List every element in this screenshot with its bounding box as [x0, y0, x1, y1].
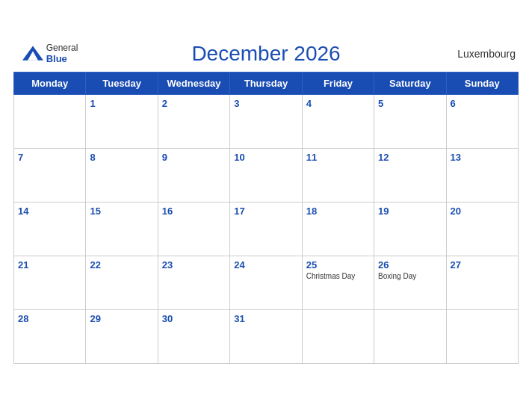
month-title: December 2026 — [84, 42, 448, 66]
day-number: 11 — [306, 152, 370, 163]
calendar-cell: 5 — [374, 94, 446, 148]
calendar-cell: 23 — [158, 256, 229, 309]
calendar-cell: 9 — [158, 148, 229, 202]
calendar-cell — [446, 309, 518, 363]
day-number: 1 — [90, 98, 153, 109]
calendar-cell: 1 — [86, 94, 158, 148]
day-number: 28 — [18, 313, 81, 324]
day-number: 7 — [18, 152, 81, 163]
calendar-cell: 26Boxing Day — [374, 256, 446, 309]
calendar-cell: 25Christmas Day — [302, 256, 374, 309]
calendar-cell — [302, 309, 374, 363]
table-row: 14151617181920 — [14, 202, 519, 256]
day-number: 20 — [451, 206, 514, 217]
calendar-cell: 19 — [374, 202, 446, 256]
day-number: 27 — [451, 259, 514, 271]
table-row: 78910111213 — [14, 148, 519, 202]
day-number: 29 — [90, 313, 153, 324]
holiday-label: Christmas Day — [306, 272, 370, 280]
day-number: 30 — [162, 313, 226, 324]
calendar-cell: 22 — [86, 256, 158, 309]
calendar-header: General Blue December 2026 Luxembourg — [13, 42, 519, 66]
calendar-cell: 10 — [230, 148, 302, 202]
day-number: 21 — [18, 259, 81, 271]
logo-general-text: General — [46, 43, 78, 53]
calendar-cell: 27 — [446, 256, 518, 309]
calendar-cell: 30 — [158, 309, 229, 363]
day-number: 3 — [234, 98, 297, 109]
header-saturday: Saturday — [374, 72, 446, 94]
header-wednesday: Wednesday — [158, 72, 229, 94]
calendar-cell: 17 — [230, 202, 302, 256]
day-number: 23 — [162, 259, 226, 271]
day-number: 2 — [162, 98, 226, 109]
day-number: 24 — [234, 259, 297, 271]
logo-area: General Blue — [16, 43, 84, 65]
calendar-container: General Blue December 2026 Luxembourg Mo… — [0, 34, 532, 377]
day-number: 13 — [451, 152, 514, 163]
weekday-header-row: Monday Tuesday Wednesday Thursday Friday… — [14, 72, 519, 94]
day-number: 17 — [234, 206, 297, 217]
calendar-cell: 29 — [86, 309, 158, 363]
calendar-cell: 4 — [302, 94, 374, 148]
day-number: 31 — [234, 313, 297, 324]
table-row: 28293031 — [14, 309, 519, 363]
calendar-cell: 31 — [230, 309, 302, 363]
day-number: 4 — [306, 98, 370, 109]
day-number: 8 — [90, 152, 153, 163]
calendar-cell: 2 — [158, 94, 229, 148]
calendar-cell — [374, 309, 446, 363]
header-monday: Monday — [14, 72, 86, 94]
calendar-cell: 14 — [14, 202, 86, 256]
table-row: 2122232425Christmas Day26Boxing Day27 — [14, 256, 519, 309]
calendar-cell: 7 — [14, 148, 86, 202]
calendar-cell: 18 — [302, 202, 374, 256]
calendar-cell: 28 — [14, 309, 86, 363]
calendar-cell: 16 — [158, 202, 229, 256]
day-number: 18 — [306, 206, 370, 217]
table-row: 123456 — [14, 94, 519, 148]
holiday-label: Boxing Day — [378, 272, 442, 280]
header-sunday: Sunday — [446, 72, 518, 94]
day-number: 16 — [162, 206, 226, 217]
calendar-cell: 15 — [86, 202, 158, 256]
calendar-cell: 6 — [446, 94, 518, 148]
day-number: 12 — [378, 152, 442, 163]
calendar-cell: 13 — [446, 148, 518, 202]
day-number: 25 — [306, 259, 370, 271]
day-number: 22 — [90, 259, 153, 271]
calendar-cell: 24 — [230, 256, 302, 309]
day-number: 19 — [378, 206, 442, 217]
header-friday: Friday — [302, 72, 374, 94]
day-number: 6 — [451, 98, 514, 109]
calendar-cell: 8 — [86, 148, 158, 202]
generalblue-logo-icon — [22, 46, 43, 61]
day-number: 10 — [234, 152, 297, 163]
day-number: 26 — [378, 259, 442, 271]
day-number: 9 — [162, 152, 226, 163]
day-number: 5 — [378, 98, 442, 109]
calendar-cell: 11 — [302, 148, 374, 202]
logo-blue-text: Blue — [46, 53, 78, 65]
day-number: 15 — [90, 206, 153, 217]
header-tuesday: Tuesday — [86, 72, 158, 94]
calendar-cell: 20 — [446, 202, 518, 256]
calendar-cell — [14, 94, 86, 148]
country-label: Luxembourg — [448, 48, 516, 60]
day-number: 14 — [18, 206, 81, 217]
calendar-table: Monday Tuesday Wednesday Thursday Friday… — [13, 72, 519, 364]
calendar-cell: 3 — [230, 94, 302, 148]
calendar-cell: 12 — [374, 148, 446, 202]
header-thursday: Thursday — [230, 72, 302, 94]
calendar-cell: 21 — [14, 256, 86, 309]
